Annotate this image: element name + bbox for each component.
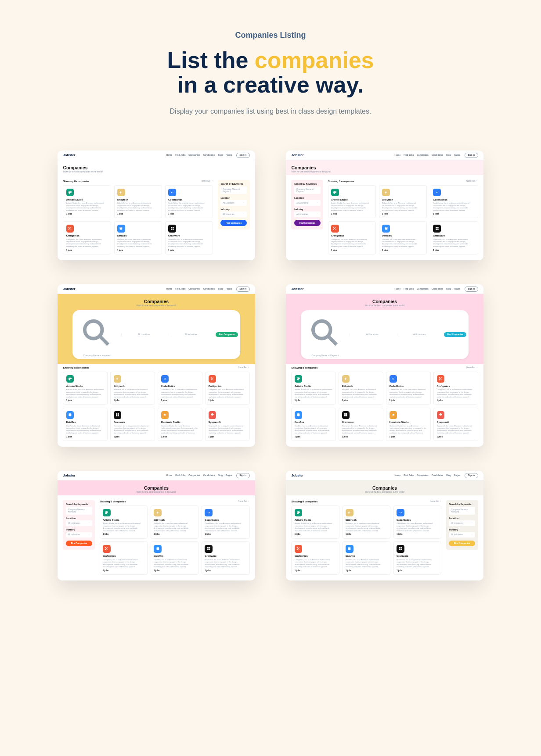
- company-card[interactable]: DataResDataRes, Inc. is an American mult…: [114, 221, 162, 254]
- keywords-input[interactable]: Company Name or Keyword: [66, 507, 92, 514]
- nav-item[interactable]: Companies: [417, 154, 429, 156]
- company-card[interactable]: CoderBoticsCoderBotics, Inc. is an Ameri…: [393, 505, 441, 539]
- sort-control[interactable]: Name Asc: [466, 180, 478, 182]
- company-card[interactable]: Illuminate StudioIlluminate Studio, Inc.…: [386, 408, 430, 441]
- nav-item[interactable]: Find Jobs: [175, 154, 185, 156]
- nav-item[interactable]: Home: [395, 288, 401, 290]
- search-keyword-field[interactable]: Company Name or Keyword: [303, 312, 347, 357]
- keywords-input[interactable]: Company Name or Keyword: [294, 186, 320, 194]
- sign-in-button[interactable]: Sign in: [236, 153, 250, 158]
- nav-item[interactable]: Find Jobs: [175, 288, 185, 290]
- company-card[interactable]: BitbytechBitbytech, Inc. is an American …: [151, 505, 198, 539]
- nav-item[interactable]: Blog: [218, 154, 223, 156]
- brand-logo[interactable]: Jobster: [63, 473, 75, 477]
- template-preview[interactable]: JobsterHomeFind JobsCompaniesCandidatesB…: [58, 284, 255, 447]
- company-card[interactable]: GramwareGramware, Inc. is an American mu…: [165, 221, 213, 254]
- company-card[interactable]: BitbytechBitbytech, Inc. is an American …: [379, 185, 427, 219]
- company-card[interactable]: DataResDataRes, Inc. is an American mult…: [379, 221, 427, 254]
- nav-item[interactable]: Candidates: [203, 288, 215, 290]
- brand-logo[interactable]: Jobster: [291, 153, 303, 157]
- nav-item[interactable]: Candidates: [203, 474, 215, 477]
- company-card[interactable]: GramwareGramware, Inc. is an American mu…: [110, 408, 155, 441]
- industry-select[interactable]: All Industries: [220, 211, 246, 217]
- filter-submit-button[interactable]: Find Companies: [294, 220, 320, 226]
- industry-select[interactable]: All Industries: [449, 532, 475, 537]
- sort-control[interactable]: Name Asc: [238, 500, 249, 502]
- sign-in-button[interactable]: Sign in: [236, 287, 250, 292]
- nav-item[interactable]: Blog: [446, 474, 451, 477]
- nav-item[interactable]: Pages: [454, 474, 461, 477]
- location-select[interactable]: All Locations: [449, 520, 475, 526]
- search-location-field[interactable]: All Locations: [121, 333, 166, 336]
- company-card[interactable]: BitbytechBitbytech, Inc. is an American …: [110, 372, 155, 405]
- location-select[interactable]: All Locations: [294, 200, 320, 205]
- nav-item[interactable]: Pages: [454, 154, 461, 156]
- nav-item[interactable]: Home: [166, 474, 173, 477]
- nav-item[interactable]: Candidates: [203, 154, 215, 156]
- brand-logo[interactable]: Jobster: [291, 473, 303, 477]
- nav-item[interactable]: Blog: [218, 474, 223, 477]
- keywords-input[interactable]: Company Name or Keyword: [449, 507, 475, 514]
- company-card[interactable]: CraftgenicsCraftgenics, Inc. is an Ameri…: [328, 221, 376, 254]
- search-location-field[interactable]: All Locations: [350, 333, 394, 336]
- company-card[interactable]: CraftgenicsCraftgenics, Inc. is an Ameri…: [100, 541, 148, 575]
- nav-item[interactable]: Pages: [226, 288, 232, 290]
- nav-item[interactable]: Pages: [454, 288, 461, 290]
- filter-submit-button[interactable]: Find Companies: [220, 220, 246, 226]
- nav-item[interactable]: Home: [166, 288, 173, 290]
- company-card[interactable]: GramwareGramware, Inc. is an American mu…: [202, 541, 249, 575]
- company-card[interactable]: CraftgenicsCraftgenics, Inc. is an Ameri…: [291, 541, 339, 575]
- nav-item[interactable]: Find Jobs: [175, 474, 185, 477]
- company-card[interactable]: Illuminate StudioIlluminate Studio, Inc.…: [158, 408, 202, 441]
- location-select[interactable]: All Locations: [66, 520, 92, 526]
- search-submit-button[interactable]: Find Companies: [216, 332, 238, 337]
- template-preview[interactable]: JobsterHomeFind JobsCompaniesCandidatesB…: [58, 150, 255, 260]
- company-card[interactable]: SyspresoftSyspresoft, Inc. is an America…: [205, 408, 249, 441]
- nav-item[interactable]: Candidates: [432, 154, 444, 156]
- company-card[interactable]: DataResDataRes, Inc. is an American mult…: [291, 408, 335, 441]
- sign-in-button[interactable]: Sign in: [465, 473, 478, 478]
- company-card[interactable]: SyspresoftSyspresoft, Inc. is an America…: [433, 408, 478, 441]
- brand-logo[interactable]: Jobster: [291, 287, 303, 291]
- company-card[interactable]: CoderBoticsCoderBotics, Inc. is an Ameri…: [202, 505, 249, 539]
- company-card[interactable]: BitbytechBitbytech, Inc. is an American …: [114, 185, 162, 219]
- company-card[interactable]: DataResDataRes, Inc. is an American mult…: [343, 541, 390, 575]
- template-preview[interactable]: JobsterHomeFind JobsCompaniesCandidatesB…: [286, 471, 483, 580]
- company-card[interactable]: DataResDataRes, Inc. is an American mult…: [151, 541, 198, 575]
- company-card[interactable]: BitbytechBitbytech, Inc. is an American …: [343, 505, 390, 539]
- company-card[interactable]: CoderBoticsCoderBotics, Inc. is an Ameri…: [158, 372, 202, 405]
- company-card[interactable]: DataResDataRes, Inc. is an American mult…: [63, 408, 107, 441]
- nav-item[interactable]: Companies: [188, 154, 200, 156]
- nav-item[interactable]: Pages: [226, 474, 232, 477]
- sort-control[interactable]: Name Asc: [466, 366, 478, 369]
- sort-control[interactable]: Name Asc: [430, 500, 441, 502]
- company-card[interactable]: Artistre StudioArtistre Studio, Inc. is …: [291, 505, 339, 539]
- search-submit-button[interactable]: Find Companies: [444, 332, 466, 337]
- nav-item[interactable]: Blog: [446, 154, 451, 156]
- filter-submit-button[interactable]: Find Companies: [66, 541, 92, 546]
- filter-submit-button[interactable]: Find Companies: [449, 541, 475, 546]
- sign-in-button[interactable]: Sign in: [465, 287, 478, 292]
- company-card[interactable]: CoderBoticsCoderBotics, Inc. is an Ameri…: [386, 372, 430, 405]
- brand-logo[interactable]: Jobster: [63, 287, 75, 291]
- nav-item[interactable]: Find Jobs: [404, 154, 414, 156]
- keywords-input[interactable]: Company Name or Keyword: [220, 186, 246, 194]
- industry-select[interactable]: All Industries: [66, 532, 92, 537]
- nav-item[interactable]: Companies: [188, 288, 200, 290]
- nav-item[interactable]: Companies: [188, 474, 200, 477]
- nav-item[interactable]: Find Jobs: [404, 474, 414, 477]
- sort-control[interactable]: Name Asc: [202, 180, 213, 182]
- industry-select[interactable]: All Industries: [294, 211, 320, 217]
- company-card[interactable]: Artistre StudioArtistre Studio, Inc. is …: [63, 372, 107, 405]
- company-card[interactable]: CoderBoticsCoderBotics, Inc. is an Ameri…: [430, 185, 478, 219]
- company-card[interactable]: GramwareGramware, Inc. is an American mu…: [430, 221, 478, 254]
- nav-item[interactable]: Blog: [446, 288, 451, 290]
- company-card[interactable]: GramwareGramware, Inc. is an American mu…: [393, 541, 441, 575]
- template-preview[interactable]: JobsterHomeFind JobsCompaniesCandidatesB…: [286, 150, 483, 260]
- company-card[interactable]: CraftgenicsCraftgenics, Inc. is an Ameri…: [63, 221, 111, 254]
- company-card[interactable]: Artistre StudioArtistre Studio, Inc. is …: [328, 185, 376, 219]
- sign-in-button[interactable]: Sign in: [465, 153, 478, 158]
- company-card[interactable]: CraftgenicsCraftgenics, Inc. is an Ameri…: [433, 372, 478, 405]
- nav-item[interactable]: Home: [395, 154, 401, 156]
- sign-in-button[interactable]: Sign in: [236, 473, 250, 478]
